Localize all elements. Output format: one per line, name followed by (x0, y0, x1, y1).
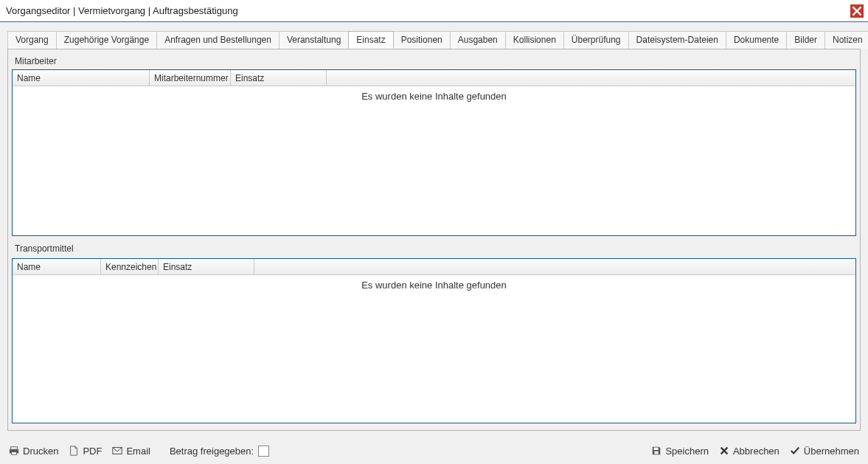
transport-grid-header: Name Kennzeichen Einsatz (13, 259, 855, 275)
tab-bar: Vorgang Zugehörige Vorgänge Anfragen und… (0, 22, 868, 49)
transport-col-name[interactable]: Name (13, 259, 101, 274)
mitarbeiter-grid: Name Mitarbeiternummer Einsatz Es wurden… (12, 69, 856, 236)
print-icon (9, 446, 19, 456)
transport-empty-message: Es wurden keine Inhalte gefunden (13, 275, 855, 291)
mitarbeiter-section-title: Mitarbeiter (12, 53, 856, 69)
tab-anfragen-bestellungen[interactable]: Anfragen und Bestellungen (156, 31, 280, 49)
tab-notizen[interactable]: Notizen (824, 31, 868, 49)
tab-ueberpruefung[interactable]: Überprüfung (563, 31, 629, 49)
email-icon (112, 446, 122, 456)
mitarbeiter-grid-header: Name Mitarbeiternummer Einsatz (13, 70, 855, 86)
close-button[interactable] (850, 4, 864, 18)
save-icon (651, 446, 662, 456)
tab-kollisionen[interactable]: Kollisionen (505, 31, 564, 49)
tab-content: Mitarbeiter Name Mitarbeiternummer Einsa… (7, 49, 861, 431)
tab-veranstaltung[interactable]: Veranstaltung (279, 31, 349, 49)
pdf-button[interactable]: PDF (69, 446, 102, 457)
tab-ausgaben[interactable]: Ausgaben (450, 31, 506, 49)
pdf-icon (69, 446, 79, 456)
email-label: Email (126, 446, 150, 457)
tab-positionen[interactable]: Positionen (393, 31, 451, 49)
cancel-button[interactable]: Abbrechen (719, 446, 780, 457)
titlebar: Vorgangseditor | Vermietvorgang | Auftra… (0, 0, 868, 22)
tab-dokumente[interactable]: Dokumente (726, 31, 787, 49)
window-title: Vorgangseditor | Vermietvorgang | Auftra… (6, 5, 238, 16)
apply-button[interactable]: Übernehmen (790, 446, 859, 457)
tab-bilder[interactable]: Bilder (786, 31, 825, 49)
mitarbeiter-col-name[interactable]: Name (13, 70, 150, 86)
released-checkbox[interactable] (258, 446, 269, 457)
released-label: Betrag freigegeben: (170, 446, 254, 457)
mitarbeiter-col-nummer[interactable]: Mitarbeiternummer (150, 70, 231, 86)
tab-vorgang[interactable]: Vorgang (7, 31, 57, 49)
mitarbeiter-grid-body[interactable]: Es wurden keine Inhalte gefunden (13, 86, 855, 235)
email-button[interactable]: Email (112, 446, 150, 457)
released-group: Betrag freigegeben: (170, 446, 269, 457)
apply-label: Übernehmen (804, 446, 859, 457)
transport-col-einsatz[interactable]: Einsatz (159, 259, 254, 274)
cancel-label: Abbrechen (733, 446, 780, 457)
pdf-label: PDF (83, 446, 102, 457)
transport-section-title: Transportmittel (12, 240, 856, 257)
tab-dateisystem-dateien[interactable]: Dateisystem-Dateien (628, 31, 726, 49)
transport-col-spacer (254, 259, 855, 274)
transport-col-kennzeichen[interactable]: Kennzeichen (101, 259, 159, 274)
mitarbeiter-empty-message: Es wurden keine Inhalte gefunden (13, 86, 855, 102)
cancel-icon (719, 446, 729, 456)
tab-einsatz[interactable]: Einsatz (348, 31, 393, 49)
save-button[interactable]: Speichern (651, 446, 709, 457)
transport-grid-body[interactable]: Es wurden keine Inhalte gefunden (13, 275, 855, 423)
save-label: Speichern (665, 446, 709, 457)
footer-bar: Drucken PDF Email Betrag freigegeben: Sp… (0, 437, 868, 464)
print-button[interactable]: Drucken (9, 446, 58, 457)
check-icon (790, 446, 800, 456)
mitarbeiter-col-spacer (327, 70, 855, 86)
svg-rect-5 (655, 451, 659, 454)
tab-zugehoerige-vorgaenge[interactable]: Zugehörige Vorgänge (56, 31, 157, 49)
transport-grid: Name Kennzeichen Einsatz Es wurden keine… (12, 258, 856, 423)
close-icon (852, 6, 862, 16)
svg-rect-2 (12, 452, 17, 455)
print-label: Drucken (23, 446, 58, 457)
mitarbeiter-col-einsatz[interactable]: Einsatz (231, 70, 327, 86)
svg-rect-4 (654, 448, 659, 451)
svg-rect-0 (11, 447, 18, 450)
